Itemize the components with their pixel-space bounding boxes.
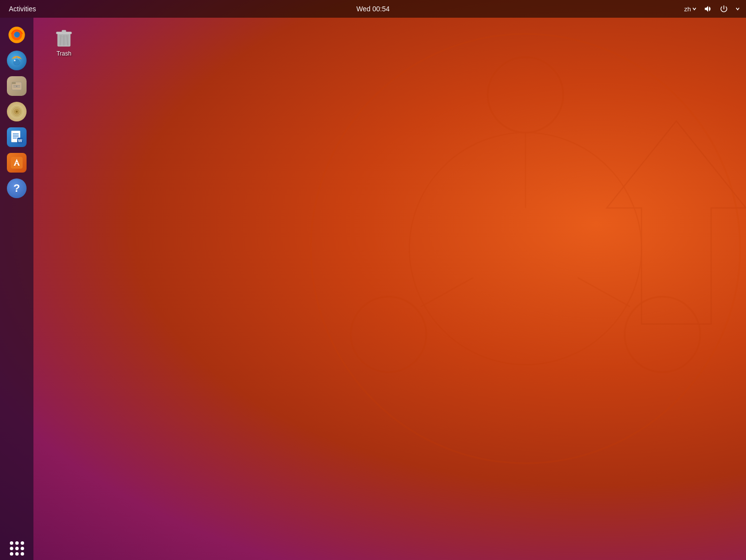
svg-rect-38	[62, 30, 66, 32]
dock-item-files[interactable]	[5, 75, 28, 97]
dot	[15, 547, 19, 550]
dock-item-writer[interactable]: W	[5, 126, 28, 148]
volume-button[interactable]	[702, 0, 715, 18]
writer-icon: W	[7, 127, 27, 147]
svg-point-3	[351, 297, 426, 372]
svg-point-18	[16, 86, 17, 87]
svg-point-2	[488, 57, 563, 132]
dock-bottom[interactable]	[0, 536, 33, 560]
dot	[21, 541, 24, 545]
svg-point-4	[625, 297, 700, 372]
svg-line-7	[578, 278, 630, 307]
power-icon	[719, 4, 728, 13]
desktop-icons: Trash	[44, 25, 84, 60]
power-button[interactable]	[717, 0, 730, 18]
dock-item-rhythmbox[interactable]	[5, 100, 28, 123]
ubuntu-logo-watermark	[224, 0, 746, 532]
svg-point-12	[14, 60, 16, 61]
dropdown-arrow-icon	[735, 6, 740, 11]
appstore-icon	[7, 153, 27, 173]
trash-label: Trash	[57, 50, 71, 57]
dot	[21, 552, 24, 556]
files-icon	[7, 76, 27, 96]
dot	[21, 547, 24, 550]
language-label: zh	[684, 5, 691, 13]
volume-icon	[704, 4, 713, 13]
dock: W ?	[0, 18, 33, 536]
dock-item-help[interactable]: ?	[5, 177, 28, 200]
dock-item-thunderbird[interactable]	[5, 49, 28, 72]
svg-rect-15	[12, 82, 16, 84]
desktop	[0, 0, 746, 560]
dock-item-firefox[interactable]	[5, 24, 28, 46]
firefox-icon	[7, 25, 27, 45]
language-indicator[interactable]: zh	[682, 0, 699, 18]
lang-dropdown-icon	[692, 6, 697, 11]
activities-button[interactable]: Activities	[4, 0, 41, 18]
svg-point-0	[311, 34, 740, 463]
show-apps-button[interactable]	[10, 541, 24, 556]
dock-item-appstore[interactable]	[5, 151, 28, 174]
dot	[10, 547, 13, 550]
clock: Wed 00:54	[357, 5, 389, 13]
trash-icon-image	[54, 28, 74, 48]
system-tray: zh	[682, 0, 742, 18]
rhythmbox-icon	[7, 102, 27, 121]
activities-label: Activities	[9, 5, 36, 13]
dot	[15, 552, 19, 556]
dot	[15, 541, 19, 545]
svg-line-6	[421, 278, 473, 307]
trash-icon-desktop[interactable]: Trash	[44, 25, 84, 60]
dot	[10, 552, 13, 556]
svg-point-22	[16, 111, 18, 113]
top-panel: Activities Wed 00:54 zh	[0, 0, 746, 18]
thunderbird-icon	[7, 51, 27, 70]
dot	[10, 541, 13, 545]
help-icon: ?	[7, 178, 27, 198]
svg-text:W: W	[18, 138, 23, 143]
system-menu-button[interactable]	[733, 0, 742, 18]
